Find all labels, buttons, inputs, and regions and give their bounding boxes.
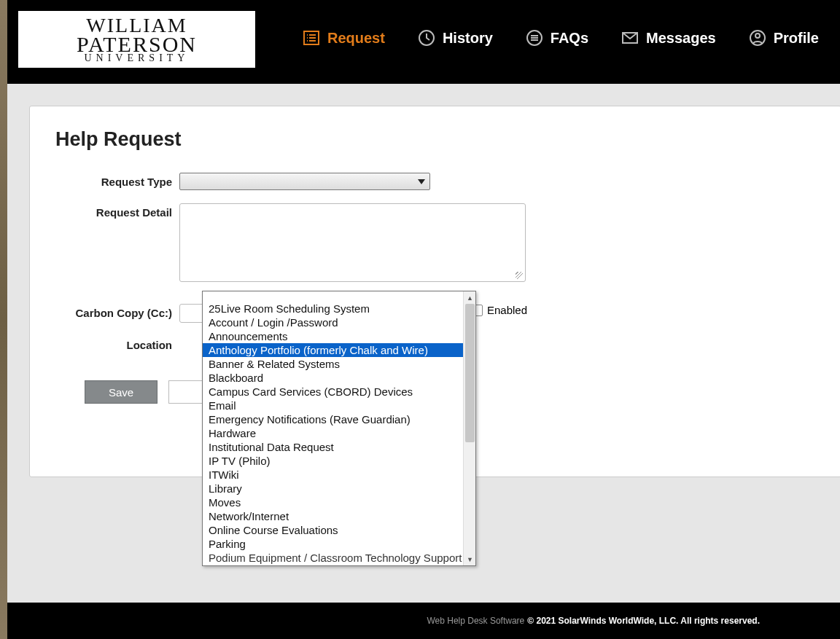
logo-text: WILLIAM PATERSON UNIVERSITY xyxy=(77,16,197,63)
scroll-up-icon[interactable]: ▲ xyxy=(464,291,476,304)
dropdown-option[interactable]: Moves xyxy=(203,495,463,509)
footer-copyright: © 2021 SolarWinds WorldWide, LLC. All ri… xyxy=(527,616,760,626)
nav-messages[interactable]: Messages xyxy=(621,29,716,47)
faq-icon xyxy=(526,29,543,47)
profile-icon xyxy=(749,29,766,47)
window-edge-strip xyxy=(0,0,7,639)
scroll-down-icon[interactable]: ▼ xyxy=(464,553,476,565)
dropdown-option[interactable]: Hardware xyxy=(203,426,463,440)
list-icon xyxy=(303,29,320,47)
resize-grip-icon[interactable] xyxy=(516,272,523,279)
svg-point-14 xyxy=(755,34,760,38)
row-request-type: Request Type xyxy=(55,173,815,190)
dropdown-option[interactable]: Emergency Notifications (Rave Guardian) xyxy=(203,412,463,426)
save-button-label: Save xyxy=(109,386,133,399)
label-request-type: Request Type xyxy=(55,173,179,188)
row-request-detail: Request Detail xyxy=(55,203,815,282)
dropdown-option[interactable]: Network/Internet xyxy=(203,509,463,523)
dropdown-option[interactable]: Blackboard xyxy=(203,371,463,385)
nav-history[interactable]: History xyxy=(418,29,493,47)
nav-profile[interactable]: Profile xyxy=(749,29,819,47)
dropdown-option[interactable]: Account / Login /Password xyxy=(203,315,463,329)
scroll-thumb[interactable] xyxy=(465,304,475,442)
request-type-select[interactable] xyxy=(179,173,430,190)
nav-profile-label: Profile xyxy=(774,30,819,47)
dropdown-option[interactable]: IP TV (Philo) xyxy=(203,454,463,468)
label-location: Location xyxy=(55,336,179,351)
enabled-wrap: Enabled xyxy=(471,304,527,316)
dropdown-items-container: 25Live Room Scheduling SystemAccount / L… xyxy=(203,291,463,565)
help-request-panel: Help Request Request Type Request Detail… xyxy=(29,106,840,477)
nav-history-label: History xyxy=(443,30,493,47)
label-cc: Carbon Copy (Cc:) xyxy=(55,304,179,319)
dropdown-option[interactable]: Anthology Portfolio (formerly Chalk and … xyxy=(203,343,463,357)
top-nav-bar: WILLIAM PATERSON UNIVERSITY Request Hist… xyxy=(7,0,840,84)
nav-faqs-label: FAQs xyxy=(551,30,588,47)
dropdown-option[interactable]: Online Course Evaluations xyxy=(203,523,463,537)
dropdown-option[interactable]: Podium Equipment / Classroom Technology … xyxy=(203,551,463,565)
nav-links: Request History FAQs Messages Profile xyxy=(303,29,819,47)
dropdown-option[interactable]: ITWiki xyxy=(203,468,463,482)
logo-line2: PATERSON xyxy=(77,34,197,54)
footer-bar: Web Help Desk Software © 2021 SolarWinds… xyxy=(7,603,840,639)
nav-request[interactable]: Request xyxy=(303,29,385,47)
mail-icon xyxy=(621,29,639,47)
dropdown-option[interactable]: 25Live Room Scheduling System xyxy=(203,302,463,315)
dropdown-option[interactable]: Institutional Data Request xyxy=(203,440,463,454)
dropdown-option[interactable]: Campus Card Services (CBORD) Devices xyxy=(203,385,463,399)
dropdown-option[interactable]: Announcements xyxy=(203,329,463,343)
dropdown-scrollbar[interactable]: ▲ ▼ xyxy=(463,291,475,565)
history-icon xyxy=(418,29,435,47)
nav-request-label: Request xyxy=(327,30,385,47)
dropdown-option[interactable]: Parking xyxy=(203,537,463,551)
dropdown-option[interactable]: Library xyxy=(203,482,463,495)
university-logo: WILLIAM PATERSON UNIVERSITY xyxy=(18,11,255,68)
nav-faqs[interactable]: FAQs xyxy=(526,29,588,47)
content-area: Help Request Request Type Request Detail… xyxy=(7,84,840,603)
label-request-detail: Request Detail xyxy=(55,203,179,219)
request-detail-textarea[interactable] xyxy=(179,203,526,282)
request-type-dropdown[interactable]: 25Live Room Scheduling SystemAccount / L… xyxy=(202,291,476,566)
dropdown-option[interactable]: Banner & Related Systems xyxy=(203,357,463,371)
footer-software[interactable]: Web Help Desk Software xyxy=(427,616,524,626)
dropdown-option[interactable]: Email xyxy=(203,399,463,412)
logo-line3: UNIVERSITY xyxy=(77,54,197,63)
enabled-label: Enabled xyxy=(487,304,527,316)
nav-messages-label: Messages xyxy=(646,30,716,47)
save-button[interactable]: Save xyxy=(85,380,158,404)
page-title: Help Request xyxy=(55,128,815,151)
